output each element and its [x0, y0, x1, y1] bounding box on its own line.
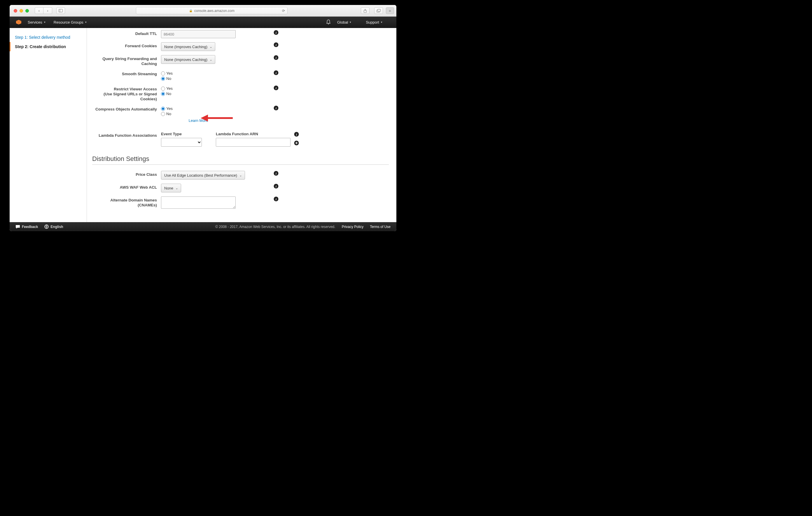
resource-groups-label: Resource Groups — [54, 20, 83, 25]
sidebar-toggle-button[interactable] — [56, 7, 65, 14]
chevron-down-icon: ▾ — [381, 21, 382, 24]
wizard-sidebar: Step 1: Select delivery method Step 2: C… — [10, 28, 87, 222]
lock-icon: 🔒 — [189, 9, 193, 12]
wizard-step-2[interactable]: Step 2: Create distribution — [10, 42, 87, 51]
main-content: Default TTL i Forward Cookies None (Impr… — [87, 28, 396, 222]
close-window-button[interactable] — [14, 9, 17, 12]
cname-label: Alternate Domain Names (CNAMEs) — [92, 196, 161, 210]
wizard-step-1-link[interactable]: Step 1: Select delivery method — [15, 35, 70, 40]
smooth-streaming-no-radio[interactable] — [161, 77, 165, 81]
maximize-window-button[interactable] — [25, 9, 29, 12]
add-icon[interactable] — [294, 141, 299, 146]
feedback-link[interactable]: Feedback — [16, 225, 38, 229]
lambda-assoc-label: Lambda Function Associations — [92, 132, 161, 147]
forward-cookies-value: None (Improves Caching) — [164, 44, 207, 49]
radio-no-label: No — [166, 91, 171, 96]
info-icon[interactable]: i — [273, 85, 279, 91]
resource-groups-menu[interactable]: Resource Groups ▾ — [54, 20, 87, 25]
share-button[interactable] — [361, 7, 370, 14]
feedback-label: Feedback — [22, 225, 38, 229]
restrict-viewer-no-radio[interactable] — [161, 92, 165, 96]
lambda-arn-input[interactable] — [216, 138, 290, 147]
minimize-window-button[interactable] — [20, 9, 23, 12]
price-class-label: Price Class — [92, 171, 161, 180]
info-icon[interactable]: i — [273, 196, 279, 202]
learn-more-link[interactable]: Learn More — [189, 118, 208, 123]
support-label: Support — [366, 20, 379, 25]
copyright-text: © 2008 - 2017, Amazon Web Services, Inc.… — [215, 225, 335, 229]
lambda-arn-header: Lambda Function ARN — [216, 132, 290, 138]
aws-header: Services ▾ Resource Groups ▾ Global ▾ Su… — [10, 17, 396, 28]
region-label: Global — [337, 20, 348, 25]
waf-value: None — [164, 186, 173, 190]
region-menu[interactable]: Global ▾ — [337, 20, 351, 25]
radio-yes-label: Yes — [166, 71, 173, 76]
price-class-select[interactable]: Use All Edge Locations (Best Performance… — [161, 171, 245, 180]
price-class-value: Use All Edge Locations (Best Performance… — [164, 173, 237, 178]
services-menu[interactable]: Services ▾ — [28, 20, 46, 25]
forward-button[interactable]: › — [44, 7, 52, 14]
info-icon[interactable]: i — [273, 30, 279, 35]
language-selector[interactable]: English — [44, 224, 63, 229]
language-label: English — [51, 225, 63, 229]
new-tab-button[interactable]: + — [386, 7, 394, 14]
svg-rect-0 — [59, 9, 63, 12]
radio-no-label: No — [166, 111, 171, 117]
back-button[interactable]: ‹ — [35, 7, 44, 14]
lambda-event-type-select[interactable] — [161, 138, 202, 147]
aws-logo-icon[interactable] — [16, 19, 22, 25]
radio-yes-label: Yes — [166, 106, 173, 111]
url-bar[interactable]: 🔒 console.aws.amazon.com ⟳ — [136, 7, 288, 14]
chevron-down-icon: ⌄ — [210, 45, 212, 49]
radio-no-label: No — [166, 76, 171, 81]
info-icon[interactable]: i — [294, 132, 299, 137]
restrict-viewer-label: Restrict Viewer Access (Use Signed URLs … — [92, 85, 161, 101]
radio-yes-label: Yes — [166, 86, 173, 91]
info-icon[interactable]: i — [273, 105, 279, 111]
chevron-down-icon: ⌄ — [239, 174, 242, 177]
distribution-settings-heading: Distribution Settings — [92, 151, 389, 165]
svg-rect-4 — [377, 9, 380, 11]
info-icon[interactable]: i — [273, 184, 279, 189]
aws-footer: Feedback English © 2008 - 2017, Amazon W… — [10, 222, 396, 231]
url-text: console.aws.amazon.com — [194, 9, 234, 13]
privacy-policy-link[interactable]: Privacy Policy — [342, 225, 364, 229]
query-string-select[interactable]: None (Improves Caching) ⌄ — [161, 55, 215, 64]
info-icon[interactable]: i — [273, 171, 279, 176]
wizard-step-2-label: Step 2: Create distribution — [15, 44, 66, 49]
chevron-down-icon: ▾ — [350, 21, 351, 24]
chevron-down-icon: ⌄ — [210, 58, 212, 61]
cname-textarea[interactable] — [161, 196, 236, 209]
query-string-label: Query String Forwarding and Caching — [92, 55, 161, 66]
waf-select[interactable]: None ⌄ — [161, 184, 181, 192]
support-menu[interactable]: Support ▾ — [366, 20, 382, 25]
query-string-value: None (Improves Caching) — [164, 57, 207, 62]
tabs-button[interactable] — [374, 7, 383, 14]
chevron-down-icon: ⌄ — [176, 187, 178, 190]
smooth-streaming-yes-radio[interactable] — [161, 71, 165, 75]
window-controls — [12, 9, 31, 12]
default-ttl-label: Default TTL — [92, 30, 161, 38]
restrict-viewer-yes-radio[interactable] — [161, 87, 165, 91]
reload-icon[interactable]: ⟳ — [282, 9, 285, 13]
waf-label: AWS WAF Web ACL — [92, 184, 161, 192]
info-icon[interactable]: i — [273, 70, 279, 75]
compress-no-radio[interactable] — [161, 112, 165, 116]
lambda-event-type-header: Event Type — [161, 132, 202, 138]
info-icon[interactable]: i — [273, 55, 279, 60]
info-icon[interactable]: i — [273, 42, 279, 48]
notifications-icon[interactable] — [326, 20, 331, 25]
compress-objects-label: Compress Objects Automatically — [92, 105, 161, 123]
browser-titlebar: ‹ › 🔒 console.aws.amazon.com ⟳ + — [10, 5, 396, 17]
default-ttl-input[interactable] — [161, 30, 236, 38]
forward-cookies-label: Forward Cookies — [92, 42, 161, 51]
chevron-down-icon: ▾ — [85, 21, 87, 24]
chevron-down-icon: ▾ — [44, 21, 46, 24]
forward-cookies-select[interactable]: None (Improves Caching) ⌄ — [161, 42, 215, 51]
terms-of-use-link[interactable]: Terms of Use — [370, 225, 390, 229]
compress-yes-radio[interactable] — [161, 107, 165, 111]
wizard-step-1[interactable]: Step 1: Select delivery method — [10, 33, 87, 42]
services-label: Services — [28, 20, 42, 25]
smooth-streaming-label: Smooth Streaming — [92, 70, 161, 81]
